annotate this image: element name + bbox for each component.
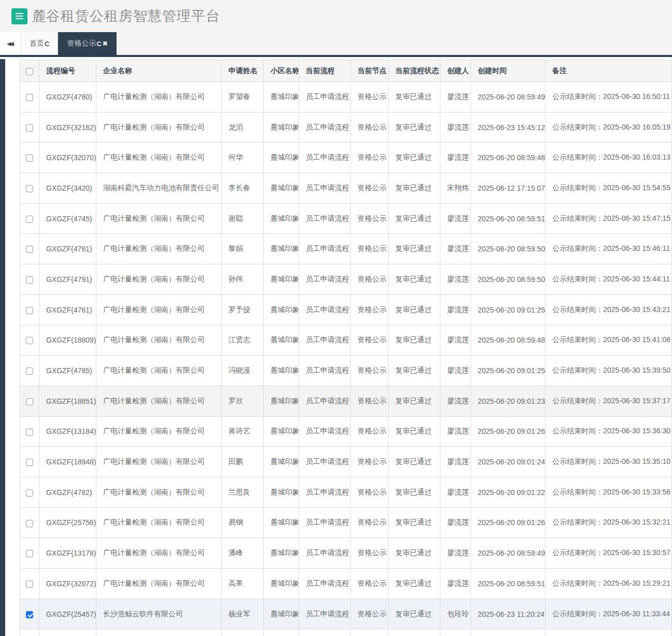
table-header-row: 流程编号企业名称申请姓名小区名称当前流程当前节点当前流程状态创建人创建时间备注 (20, 60, 672, 82)
row-checkbox[interactable] (26, 276, 33, 284)
row-checkbox[interactable] (26, 337, 33, 344)
cell-creator: 廖流莲 (440, 143, 471, 173)
refresh-icon[interactable]: C (96, 40, 101, 48)
cell-community: 麓城印象 (264, 203, 299, 234)
cell-process: 员工申请流程 (299, 507, 351, 538)
cell-node: 资格公示 (351, 447, 389, 477)
table-row[interactable]: GXGZF(4761)广电计量检测（湖南）有限公司罗予骏麓城印象员工申请流程资格… (20, 294, 672, 325)
cell-status: 复审已通过 (389, 416, 440, 447)
collapsed-sidebar-strip[interactable] (0, 59, 5, 636)
cell-creator: 廖流莲 (440, 325, 471, 356)
cell-community: 麓城印象 (264, 538, 299, 569)
cell-remark: 公示结束时间：2025-06-30 11:33:44 (546, 599, 672, 629)
table-row[interactable]: GXGZF(18948)广电计量检测（湖南）有限公司田鹏麓城印象员工申请流程资格… (20, 447, 672, 477)
column-header-company: 企业名称 (96, 60, 222, 82)
row-checkbox[interactable] (26, 520, 33, 527)
row-checkbox[interactable] (26, 398, 33, 405)
close-icon[interactable]: ✖ (103, 40, 108, 47)
cell-creator: 包玲玲 (440, 599, 471, 629)
row-checkbox[interactable] (26, 459, 33, 466)
row-checkbox[interactable] (26, 489, 33, 497)
table-row[interactable]: GXGZF(4781)广电计量检测（湖南）有限公司黎娟麓城印象员工申请流程资格公… (20, 234, 672, 264)
cell-applicant: 罗欣 (222, 386, 264, 416)
row-checkbox-cell (20, 203, 39, 234)
table-row[interactable]: GXGZF(3420)湖南科霸汽车动力电池有限责任公司李长春麓城印象员工申请流程… (20, 173, 672, 204)
table-row[interactable]: GXGZF(32070)广电计量检测（湖南）有限公司何华麓城印象员工申请流程资格… (20, 143, 672, 173)
row-checkbox[interactable] (26, 581, 33, 588)
cell-remark: 公示结束时间：2025-06-30 15:36:30 (546, 416, 672, 447)
row-checkbox[interactable] (26, 368, 33, 375)
table-row[interactable]: GXGZF(18851)广电计量检测（湖南）有限公司罗欣麓城印象员工申请流程资格… (20, 386, 672, 416)
row-checkbox-cell (20, 112, 39, 143)
cell-process: 员工申请流程 (299, 82, 351, 112)
row-checkbox-cell (20, 234, 39, 264)
select-all-checkbox[interactable] (26, 68, 33, 75)
cell-applicant: 黎娟 (222, 234, 264, 264)
tab-bar: ◀◀ 首页C 资格公示C✖ (0, 32, 672, 57)
cell-node: 资格公示 (351, 599, 389, 629)
table-row[interactable]: GXGZF(25457)长沙浩鲸云软件有限公司杨业军麓城印象员工申请流程资格公示… (20, 599, 672, 629)
cell-company: 广电计量检测（湖南）有限公司 (96, 538, 222, 569)
table-row[interactable]: GXGZF(4745)广电计量检测（湖南）有限公司谢聪麓城印象员工申请流程资格公… (20, 203, 672, 234)
cell-empty (264, 629, 299, 636)
row-checkbox[interactable] (26, 185, 33, 192)
cell-process_no: GXGZF(13178) (39, 538, 96, 569)
cell-company: 广电计量检测（湖南）有限公司 (96, 112, 222, 143)
tab-home[interactable]: 首页C (21, 32, 58, 55)
cell-creator: 廖流莲 (440, 386, 471, 416)
row-checkbox-cell (20, 325, 39, 356)
table-row[interactable]: GXGZF(4791)广电计量检测（湖南）有限公司孙伟麓城印象员工申请流程资格公… (20, 264, 672, 295)
row-checkbox[interactable] (26, 611, 33, 618)
menu-icon[interactable] (11, 8, 27, 24)
cell-created_at: 2025-06-20 08:59:49 (471, 538, 546, 569)
cell-node: 资格公示 (351, 569, 389, 599)
cell-process: 员工申请流程 (299, 173, 351, 204)
cell-remark: 公示结束时间：2025-06-30 16:05:19 (546, 112, 672, 143)
table-row[interactable]: GXGZF(25756)广电计量检测（湖南）有限公司易钢麓城印象员工申请流程资格… (20, 507, 672, 538)
row-checkbox[interactable] (26, 307, 33, 314)
cell-node: 资格公示 (351, 416, 389, 447)
row-checkbox-cell (20, 173, 39, 204)
row-checkbox[interactable] (26, 124, 33, 132)
cell-created_at: 2025-06-20 08:59:48 (471, 143, 546, 173)
row-checkbox[interactable] (26, 550, 33, 557)
tab-qualification-publicity[interactable]: 资格公示C✖ (58, 32, 116, 55)
row-checkbox[interactable] (26, 246, 33, 253)
table-row[interactable]: GXGZF(4785)广电计量检测（湖南）有限公司冯晓漫麓城印象员工申请流程资格… (20, 356, 672, 386)
cell-company: 广电计量检测（湖南）有限公司 (96, 203, 222, 234)
cell-node: 资格公示 (351, 507, 389, 538)
table-row[interactable]: GXGZF(13184)广电计量检测（湖南）有限公司蒋诗艺麓城印象员工申请流程资… (20, 416, 672, 447)
cell-community: 麓城印象 (264, 234, 299, 264)
cell-applicant: 谢聪 (222, 203, 264, 234)
cell-process: 员工申请流程 (299, 569, 351, 599)
cell-process_no: GXGZF(13184) (39, 416, 96, 447)
cell-created_at: 2025-06-20 09:01:25 (471, 294, 546, 325)
cell-node: 资格公示 (351, 356, 389, 386)
table-row[interactable]: GXGZF(13178)广电计量检测（湖南）有限公司潘峰麓城印象员工申请流程资格… (20, 538, 672, 569)
table-row[interactable]: GXGZF(4782)广电计量检测（湖南）有限公司兰思良麓城印象员工申请流程资格… (20, 477, 672, 507)
cell-creator: 宋翔炜 (440, 173, 471, 204)
cell-applicant: 李长春 (222, 173, 264, 204)
row-checkbox[interactable] (26, 94, 33, 101)
row-checkbox[interactable] (26, 154, 33, 162)
cell-process: 员工申请流程 (299, 599, 351, 629)
column-header-applicant: 申请姓名 (222, 60, 264, 82)
table-row[interactable]: GXGZF(4780)广电计量检测（湖南）有限公司罗望春麓城印象员工申请流程资格… (20, 82, 672, 112)
collapse-tabs-icon[interactable]: ◀◀ (0, 32, 21, 55)
cell-status: 复审已通过 (389, 294, 440, 325)
row-checkbox[interactable] (26, 429, 33, 436)
cell-empty (546, 629, 672, 636)
cell-process: 员工申请流程 (299, 264, 351, 295)
table-row[interactable]: GXGZF(18809)广电计量检测（湖南）有限公司江贤志麓城印象员工申请流程资… (20, 325, 672, 356)
cell-creator: 廖流莲 (440, 234, 471, 264)
table-row[interactable]: GXGZF(32072)广电计量检测（湖南）有限公司高果麓城印象员工申请流程资格… (20, 569, 672, 599)
cell-community: 麓城印象 (264, 477, 299, 507)
cell-creator: 廖流莲 (440, 538, 471, 569)
cell-status: 复审已通过 (389, 507, 440, 538)
refresh-icon[interactable]: C (45, 40, 49, 48)
cell-company: 广电计量检测（湖南）有限公司 (96, 143, 222, 173)
table-row[interactable]: GXGZF(32162)广电计量检测（湖南）有限公司龙滔麓城印象员工申请流程资格… (20, 112, 672, 143)
cell-node: 资格公示 (351, 294, 389, 325)
row-checkbox[interactable] (26, 216, 33, 223)
cell-process: 员工申请流程 (299, 203, 351, 234)
